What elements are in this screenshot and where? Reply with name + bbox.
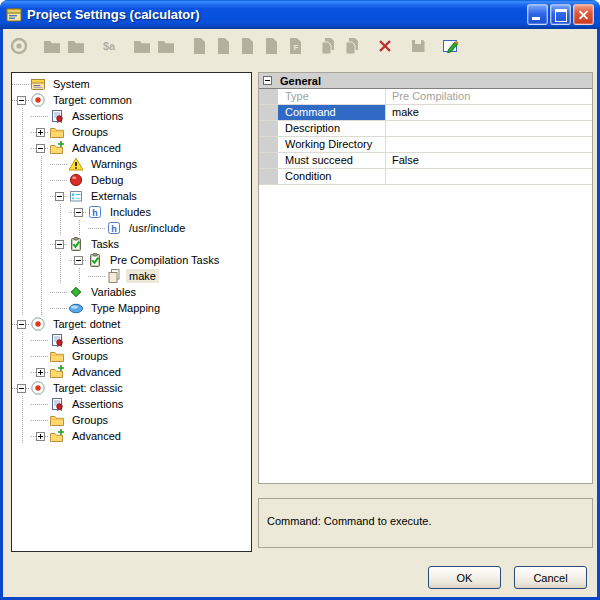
new-item2-button — [211, 35, 235, 59]
expander-minus-icon[interactable] — [17, 320, 26, 329]
tree-guide — [50, 268, 69, 284]
new-file-icon: F — [285, 36, 305, 59]
property-value[interactable]: make — [386, 105, 592, 120]
target-icon — [30, 316, 46, 332]
tree-item-debug[interactable]: Debug — [12, 172, 251, 188]
externals-icon — [68, 188, 84, 204]
tree-item-target-classic[interactable]: Target: classic — [12, 380, 251, 396]
category-label: General — [280, 75, 321, 87]
tree-item-groups[interactable]: Groups — [12, 124, 251, 140]
tree-item-label: Target: classic — [50, 381, 126, 395]
row-margin — [259, 153, 278, 168]
tree-item-label: Groups — [69, 413, 111, 427]
expander-minus-icon[interactable] — [17, 96, 26, 105]
tree-item-includes[interactable]: hIncludes — [12, 204, 251, 220]
tree-item-pre-compilation-tasks[interactable]: Pre Compilation Tasks — [12, 252, 251, 268]
tree-guide — [69, 220, 88, 236]
row-margin — [259, 137, 278, 152]
property-value[interactable] — [386, 121, 592, 136]
expander-minus-icon[interactable] — [55, 192, 64, 201]
copy-icon — [318, 36, 338, 59]
tree-guide — [31, 236, 50, 252]
collapse-category-icon[interactable] — [263, 76, 272, 85]
tree-connector — [31, 396, 49, 412]
tree-item-assertions[interactable]: Assertions — [12, 396, 251, 412]
property-row-working-directory[interactable]: Working Directory — [259, 137, 592, 153]
tree-item-label: Type Mapping — [88, 301, 163, 315]
tree-connector — [50, 284, 68, 300]
assertions-icon — [49, 332, 65, 348]
tree-item-groups[interactable]: Groups — [12, 348, 251, 364]
close-button[interactable] — [573, 4, 594, 25]
edit-button[interactable] — [439, 35, 463, 59]
category-row-general[interactable]: General — [259, 73, 592, 89]
tree-item-system[interactable]: System — [12, 76, 251, 92]
tree-guide — [31, 172, 50, 188]
tree-connector — [50, 156, 68, 172]
expander-minus-icon[interactable] — [17, 384, 26, 393]
tree-item-type-mapping[interactable]: Type Mapping — [12, 300, 251, 316]
property-row-command[interactable]: Commandmake — [259, 105, 592, 121]
tree-item-warnings[interactable]: Warnings — [12, 156, 251, 172]
tree-item-usr-include[interactable]: h/usr/include — [12, 220, 251, 236]
tree-item-groups[interactable]: Groups — [12, 412, 251, 428]
minimize-button[interactable] — [527, 4, 548, 25]
property-value[interactable] — [386, 137, 592, 152]
copy-button — [316, 35, 340, 59]
ok-button[interactable]: OK — [428, 566, 501, 589]
property-value[interactable]: Pre Compilation — [386, 89, 592, 104]
row-margin — [259, 121, 278, 136]
tree-item-externals[interactable]: Externals — [12, 188, 251, 204]
expander-plus-icon[interactable] — [36, 128, 45, 137]
delete-button[interactable] — [373, 35, 397, 59]
project-settings-dialog: Project Settings (calculator) $aF System… — [0, 0, 600, 600]
expander-plus-icon[interactable] — [36, 368, 45, 377]
folder-icon — [49, 348, 65, 364]
property-row-must-succeed[interactable]: Must succeedFalse — [259, 153, 592, 169]
cancel-button[interactable]: Cancel — [514, 566, 587, 589]
svg-text:h: h — [92, 208, 98, 218]
property-help-text: Command: Command to execute. — [267, 515, 431, 527]
row-margin — [259, 105, 278, 120]
tree-connector — [31, 108, 49, 124]
maximize-button[interactable] — [550, 4, 571, 25]
property-name: Condition — [278, 169, 386, 184]
expander-minus-icon[interactable] — [74, 256, 83, 265]
tree-item-tasks[interactable]: Tasks — [12, 236, 251, 252]
tree-item-assertions[interactable]: Assertions — [12, 108, 251, 124]
tree-item-advanced[interactable]: Advanced — [12, 428, 251, 444]
tree-item-target-common[interactable]: Target: common — [12, 92, 251, 108]
property-row-condition[interactable]: Condition — [259, 169, 592, 185]
property-name: Command — [278, 105, 386, 120]
tree-item-advanced[interactable]: Advanced — [12, 364, 251, 380]
property-row-type[interactable]: TypePre Compilation — [259, 89, 592, 105]
expander-minus-icon[interactable] — [55, 240, 64, 249]
window-title: Project Settings (calculator) — [27, 7, 200, 22]
tree-connector — [50, 300, 68, 316]
delete-icon — [375, 36, 395, 59]
tree-item-advanced[interactable]: Advanced — [12, 140, 251, 156]
clipboard-icon — [106, 268, 122, 284]
tree-guide — [12, 428, 31, 444]
tree-item-label: Groups — [69, 125, 111, 139]
expander-minus-icon[interactable] — [74, 208, 83, 217]
tree-item-variables[interactable]: Variables — [12, 284, 251, 300]
tree-item-make[interactable]: make — [12, 268, 251, 284]
new-item4-button — [259, 35, 283, 59]
property-value[interactable]: False — [386, 153, 592, 168]
row-margin — [259, 89, 278, 104]
tree-guide — [12, 332, 31, 348]
svg-text:h: h — [111, 224, 117, 234]
paste-icon — [342, 36, 362, 59]
expander-plus-icon[interactable] — [36, 432, 45, 441]
svg-text:$a: $a — [103, 40, 116, 52]
edit-icon — [441, 36, 461, 59]
expander-minus-icon[interactable] — [36, 144, 45, 153]
tree-connector — [88, 220, 106, 236]
property-row-description[interactable]: Description — [259, 121, 592, 137]
assertions-icon — [49, 396, 65, 412]
tree-item-assertions[interactable]: Assertions — [12, 332, 251, 348]
mapping-icon — [68, 300, 84, 316]
tree-item-target-dotnet[interactable]: Target: dotnet — [12, 316, 251, 332]
property-value[interactable] — [386, 169, 592, 184]
